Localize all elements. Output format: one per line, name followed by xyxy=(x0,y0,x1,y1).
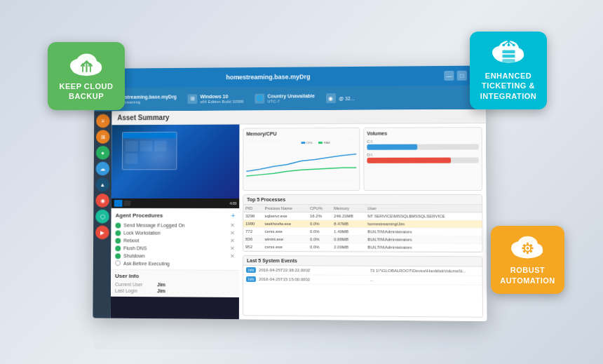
ticketing-label: ENHANCEDTICKETING &INTEGRATION xyxy=(480,71,536,101)
sidebar-item-status[interactable]: ● xyxy=(96,146,110,160)
table-row: 772 csrss.exe 0.0% 1.49MB BUILTIN\Admini… xyxy=(243,227,482,236)
proc-remove-5[interactable]: ✕ xyxy=(230,253,235,259)
svg-line-0 xyxy=(246,140,356,141)
memory-cpu-title: Memory/CPU xyxy=(246,131,356,137)
sidebar-item-play[interactable]: ▶ xyxy=(95,225,109,239)
svg-point-28 xyxy=(512,43,515,46)
cell-user: BUILTIN\Administrators xyxy=(365,236,482,244)
ticketing-icon xyxy=(489,40,528,67)
cell-name: csrss.exe xyxy=(262,227,307,235)
minimize-icon[interactable]: — xyxy=(444,71,454,81)
asset-title: Asset Summary xyxy=(117,114,169,121)
automation-label: ROBUSTAUTOMATION xyxy=(500,265,555,285)
cell-user: BUILTIN\Administrators xyxy=(365,243,482,252)
win-clock: 4:09 xyxy=(230,201,237,205)
proc-status-6 xyxy=(115,260,121,266)
svg-point-34 xyxy=(527,248,529,250)
cell-mem: 1.49MB xyxy=(332,228,365,236)
proc-item-3: Reboot ✕ xyxy=(115,236,235,244)
cell-pid: 836 xyxy=(243,235,262,243)
top-bar: homestreaming.base.myDrg — □ ✕ xyxy=(95,66,486,88)
user-label-last: Last Login xyxy=(115,288,153,293)
processes-box: Top 5 Processes PID Process Name CPU% Me… xyxy=(243,194,483,252)
maximize-icon[interactable]: □ xyxy=(457,71,467,81)
svg-point-26 xyxy=(502,43,505,46)
agent-add-button[interactable]: + xyxy=(231,212,235,220)
asset-header: Asset Summary xyxy=(112,109,486,125)
proc-status-1 xyxy=(116,222,121,228)
charts-row: Memory/CPU xyxy=(243,127,482,191)
event-badge-2: Info xyxy=(246,276,256,282)
left-panel: 4:09 Agent Procedures + xyxy=(111,125,240,320)
cell-pid: 772 xyxy=(243,227,262,235)
proc-item-6: Ask Before Executing xyxy=(115,259,235,267)
cell-user: homestreaming\Jim xyxy=(365,220,482,228)
win-desktop: 4:09 xyxy=(111,125,240,208)
location-info: 🌐 Country Unavailable UTC-7 xyxy=(255,93,315,105)
memory-cpu-chart: Memory/CPU xyxy=(243,128,360,191)
event-msg-1: 73 1\*\GLOBALROOT\Device\HarddiskVolumeS… xyxy=(370,269,479,274)
dashboard: homestreaming.base.myDrg — □ ✕ 🖥 homestr… xyxy=(93,66,487,321)
user-value-current: Jim xyxy=(157,282,165,287)
sidebar-item-cloud[interactable]: ☁ xyxy=(96,162,110,176)
agent-header: Agent Procedures + xyxy=(116,212,236,220)
cell-pid: 3296 xyxy=(243,212,262,220)
cell-cpu: 0.0% xyxy=(308,243,332,251)
cell-user: NT SERVICE\MSSQL$MSSQLSERVICE xyxy=(365,213,482,220)
svg-rect-19 xyxy=(502,50,515,53)
svg-rect-37 xyxy=(522,248,524,250)
proc-status-4 xyxy=(115,245,121,251)
sidebar-item-menu[interactable]: ≡ xyxy=(96,114,110,128)
cell-mem: 2.09MB xyxy=(332,243,365,251)
cell-mem: 246.23MB xyxy=(332,213,365,220)
event-badge-1: Info xyxy=(246,267,256,273)
volume-c-bar xyxy=(367,144,416,150)
cell-cpu: 0.0% xyxy=(308,228,332,236)
top-bar-title: homestreaming.base.myDrg xyxy=(100,72,440,81)
automation-icon xyxy=(508,234,547,261)
os-name: Windows 10 xyxy=(200,93,243,99)
cell-user: BUILTIN\Administrators xyxy=(365,228,482,236)
ip-text: @ 32... xyxy=(339,95,355,100)
info-bar: 🖥 homestreaming.base.myDrg homestreaming… xyxy=(94,86,485,112)
badge-automation: ROBUSTAUTOMATION xyxy=(491,226,564,294)
event-msg-2: ... xyxy=(370,278,479,283)
sidebar-item-alert[interactable]: ◉ xyxy=(95,194,109,208)
proc-remove-4[interactable]: ✕ xyxy=(230,245,235,252)
svg-point-25 xyxy=(507,40,510,43)
cell-mem: 0.88MB xyxy=(332,236,365,243)
col-name: Process Name xyxy=(263,205,308,213)
location-tz: UTC-7 xyxy=(267,99,314,105)
proc-label-2: Lock Workstation xyxy=(123,231,161,236)
cell-cpu: 0.0% xyxy=(308,220,332,228)
main-content: Asset Summary xyxy=(111,109,487,321)
win-window-title xyxy=(123,133,177,138)
proc-remove-3[interactable]: ✕ xyxy=(230,238,235,244)
sidebar-item-hex[interactable]: ⬡ xyxy=(95,210,109,224)
cell-name: winint.exe xyxy=(262,235,307,243)
user-label-current: Current User xyxy=(115,282,153,287)
volume-c-bg xyxy=(367,144,478,149)
sidebar-item-grid[interactable]: ⊞ xyxy=(96,130,110,144)
user-row-last: Last Login Jim xyxy=(115,288,235,295)
svg-rect-20 xyxy=(502,55,515,58)
events-title: Last 5 System Events xyxy=(243,256,482,267)
sidebar-item-monitor[interactable]: ▲ xyxy=(95,177,109,191)
proc-item-5: Shutdown ✕ xyxy=(115,252,235,260)
volume-d-label: D:\ xyxy=(367,152,478,156)
cloud-backup-icon xyxy=(67,50,106,77)
proc-remove-1[interactable]: ✕ xyxy=(230,222,235,229)
proc-item-1: Send Message if Logged On ✕ xyxy=(115,222,235,229)
svg-rect-38 xyxy=(531,248,534,250)
col-cpu: CPU% xyxy=(308,205,332,213)
location-icon: 🌐 xyxy=(255,94,265,104)
win-start-button[interactable] xyxy=(114,200,123,207)
table-row: 3296 sqlservr.exe 16.2% 246.23MB NT SERV… xyxy=(243,212,482,220)
system-events: Last 5 System Events Info 2016-04-25T22:… xyxy=(243,255,483,318)
proc-label-6: Ask Before Executing xyxy=(123,261,170,266)
win-window xyxy=(122,132,177,170)
memory-cpu-svg: CPU RAM xyxy=(246,138,356,184)
proc-status-2 xyxy=(115,230,121,236)
volume-d-bar xyxy=(367,158,450,163)
proc-remove-2[interactable]: ✕ xyxy=(230,230,235,236)
